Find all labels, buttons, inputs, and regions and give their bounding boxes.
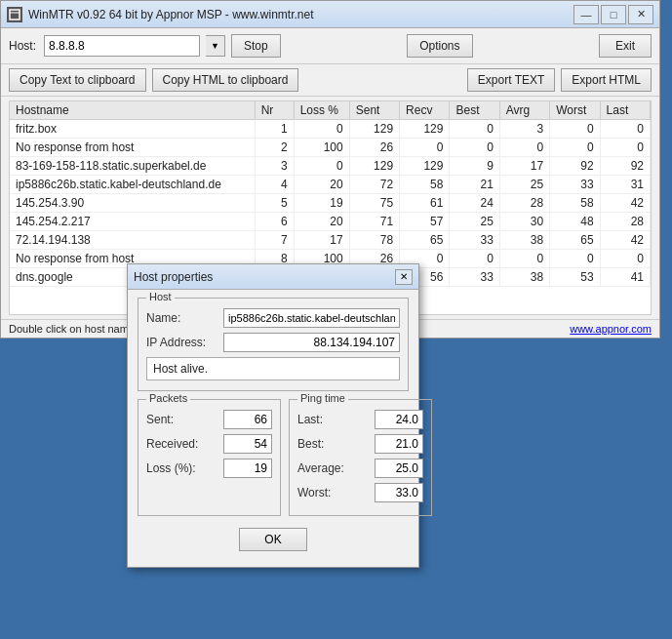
packets-group: Packets Sent: Received: Loss (%): xyxy=(138,399,281,516)
table-cell: 26 xyxy=(349,139,399,157)
name-row: Name: xyxy=(146,308,400,328)
dialog-titlebar: Host properties ✕ xyxy=(128,264,418,290)
main-toolbar: Host: ▼ Stop Options Exit xyxy=(1,28,659,64)
table-cell: 19 xyxy=(294,194,349,213)
table-cell: 30 xyxy=(499,213,549,231)
export-text-button[interactable]: Export TEXT xyxy=(467,68,555,92)
table-cell: 145.254.2.217 xyxy=(10,213,255,231)
dialog-buttons: OK xyxy=(138,524,409,559)
table-cell: 3 xyxy=(499,120,549,139)
exit-button[interactable]: Exit xyxy=(599,34,652,58)
ping-worst-field xyxy=(375,483,423,502)
host-group: Host Name: IP Address: Host alive. xyxy=(138,298,409,391)
col-header-hostname: Hostname xyxy=(10,101,255,120)
appnor-link[interactable]: www.appnor.com xyxy=(570,323,652,335)
ip-field xyxy=(223,333,400,352)
dialog-body: Host Name: IP Address: Host alive. Packe… xyxy=(128,290,418,567)
svg-rect-0 xyxy=(10,10,20,20)
table-cell: 0 xyxy=(499,139,549,157)
host-input[interactable] xyxy=(44,35,200,57)
col-header-recv: Recv xyxy=(400,101,450,120)
received-row: Received: xyxy=(146,434,272,454)
host-label: Host: xyxy=(9,39,36,53)
host-dropdown-arrow[interactable]: ▼ xyxy=(206,35,225,57)
col-header-worst: Worst xyxy=(550,101,600,120)
ping-worst-label: Worst: xyxy=(297,486,371,499)
table-cell: 0 xyxy=(600,120,650,139)
table-cell: 78 xyxy=(349,231,399,250)
ping-last-label: Last: xyxy=(297,413,371,426)
table-row[interactable]: 145.254.3.90519756124285842 xyxy=(10,194,651,213)
table-cell: 1 xyxy=(255,120,294,139)
col-header-loss: Loss % xyxy=(294,101,349,120)
table-cell: 129 xyxy=(400,120,450,139)
secondary-toolbar: Copy Text to clipboard Copy HTML to clip… xyxy=(1,64,659,97)
col-header-nr: Nr xyxy=(255,101,294,120)
dialog-title: Host properties xyxy=(134,270,395,284)
export-html-button[interactable]: Export HTML xyxy=(561,68,652,92)
table-row[interactable]: ip5886c26b.static.kabel-deutschland.de42… xyxy=(10,176,651,194)
col-header-best: Best xyxy=(450,101,499,120)
ping-best-field xyxy=(375,434,423,454)
table-cell: 33 xyxy=(450,231,499,250)
table-row[interactable]: 83-169-158-118.static.superkabel.de30129… xyxy=(10,157,651,176)
window-controls: — □ ✕ xyxy=(573,5,653,24)
table-header-row: Hostname Nr Loss % Sent Recv Best Avrg W… xyxy=(10,101,651,120)
table-cell: 0 xyxy=(294,157,349,176)
table-row[interactable]: fritz.box101291290300 xyxy=(10,120,651,139)
table-cell: 92 xyxy=(600,157,650,176)
table-cell: 129 xyxy=(349,157,399,176)
options-button[interactable]: Options xyxy=(407,34,472,58)
table-cell: 0 xyxy=(550,139,600,157)
dialog-close-button[interactable]: ✕ xyxy=(395,269,413,285)
host-properties-dialog: Host properties ✕ Host Name: IP Address:… xyxy=(127,263,419,568)
table-cell: 58 xyxy=(400,176,450,194)
close-button[interactable]: ✕ xyxy=(628,5,653,24)
stats-groups: Packets Sent: Received: Loss (%): Ping t… xyxy=(138,399,409,524)
stop-button[interactable]: Stop xyxy=(231,34,281,58)
table-cell: 42 xyxy=(600,194,650,213)
loss-label: Loss (%): xyxy=(146,461,219,475)
results-table: Hostname Nr Loss % Sent Recv Best Avrg W… xyxy=(10,101,651,287)
table-cell: 41 xyxy=(600,268,650,287)
table-cell: 24 xyxy=(450,194,499,213)
table-cell: 20 xyxy=(294,213,349,231)
table-cell: 3 xyxy=(255,157,294,176)
maximize-button[interactable]: □ xyxy=(601,5,626,24)
table-row[interactable]: 145.254.2.217620715725304828 xyxy=(10,213,651,231)
minimize-button[interactable]: — xyxy=(573,5,599,24)
table-cell: 33 xyxy=(450,268,499,287)
table-cell: 42 xyxy=(600,231,650,250)
table-cell: 9 xyxy=(450,157,499,176)
ping-last-row: Last: xyxy=(297,410,423,429)
app-icon xyxy=(7,7,22,22)
table-cell: 100 xyxy=(294,139,349,157)
table-cell: 31 xyxy=(600,176,650,194)
table-cell: 75 xyxy=(349,194,399,213)
table-cell: 129 xyxy=(400,157,450,176)
table-cell: 4 xyxy=(255,176,294,194)
table-cell: 71 xyxy=(349,213,399,231)
ping-group: Ping time Last: Best: Average: Worst: xyxy=(289,399,432,516)
ping-average-row: Average: xyxy=(297,459,423,478)
received-field xyxy=(223,434,272,454)
table-cell: 92 xyxy=(550,157,600,176)
table-cell: 38 xyxy=(499,231,549,250)
table-row[interactable]: No response from host21002600000 xyxy=(10,139,651,157)
copy-text-button[interactable]: Copy Text to clipboard xyxy=(9,68,146,92)
table-cell: 0 xyxy=(450,250,499,268)
col-header-avrg: Avrg xyxy=(499,101,549,120)
table-cell: No response from host xyxy=(10,139,255,157)
table-cell: 2 xyxy=(255,139,294,157)
copy-html-button[interactable]: Copy HTML to clipboard xyxy=(152,68,299,92)
table-cell: 57 xyxy=(400,213,450,231)
table-cell: 0 xyxy=(550,250,600,268)
table-cell: 28 xyxy=(600,213,650,231)
ping-best-label: Best: xyxy=(297,437,371,451)
table-cell: 83-169-158-118.static.superkabel.de xyxy=(10,157,255,176)
table-row[interactable]: 72.14.194.138717786533386542 xyxy=(10,231,651,250)
sent-label: Sent: xyxy=(146,413,219,426)
table-cell: 7 xyxy=(255,231,294,250)
ok-button[interactable]: OK xyxy=(239,528,307,551)
col-header-last: Last xyxy=(600,101,650,120)
